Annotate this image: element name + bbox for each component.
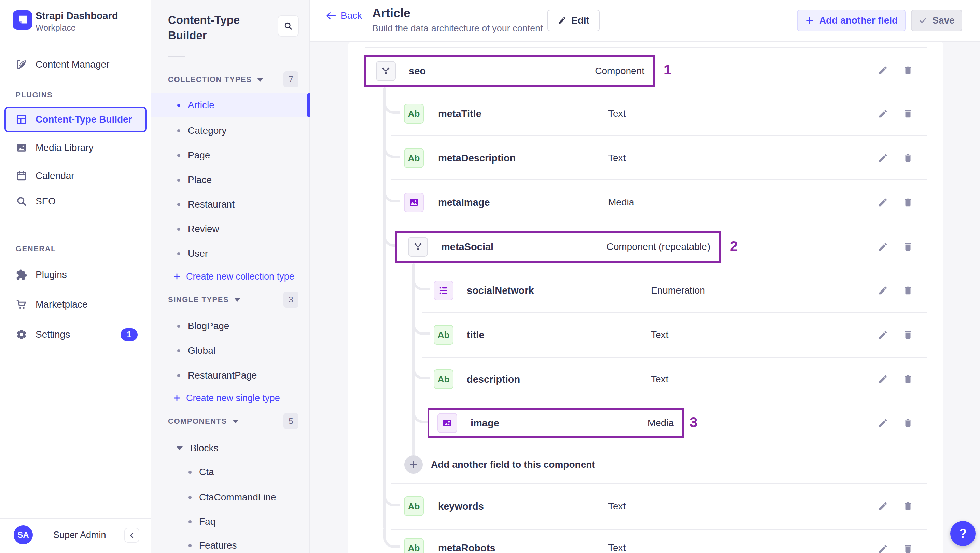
create-collection-type-link[interactable]: Create new collection type bbox=[151, 265, 310, 288]
edit-field-button[interactable] bbox=[875, 415, 891, 431]
add-another-field-button[interactable]: Add another field bbox=[797, 10, 905, 32]
sidebar-item-label: Content Manager bbox=[35, 59, 109, 70]
row-actions bbox=[875, 415, 923, 431]
row-actions bbox=[875, 195, 923, 210]
sidebar-item-calendar[interactable]: Calendar bbox=[0, 164, 151, 188]
sidebar-item-plugins[interactable]: Plugins bbox=[0, 262, 151, 287]
sidebar-item-marketplace[interactable]: Marketplace bbox=[0, 292, 151, 317]
text-field-icon: Ab bbox=[404, 538, 424, 553]
divider bbox=[422, 403, 927, 404]
pencil-icon bbox=[878, 108, 888, 119]
sidebar-item-global[interactable]: Global bbox=[151, 338, 310, 363]
edit-field-button[interactable] bbox=[875, 372, 891, 387]
edit-field-button[interactable] bbox=[875, 151, 891, 165]
components-header[interactable]: COMPONENTS 5 bbox=[151, 414, 310, 429]
help-button[interactable]: ? bbox=[950, 521, 975, 546]
delete-field-button[interactable] bbox=[900, 239, 915, 254]
row-actions bbox=[875, 283, 923, 298]
sidebar-item-media-library[interactable]: Media Library bbox=[0, 135, 151, 160]
pencil-icon bbox=[878, 285, 888, 296]
field-type: Text bbox=[608, 542, 625, 553]
sidebar-item-content-type-builder[interactable]: Content-Type Builder bbox=[5, 106, 147, 132]
trash-icon bbox=[903, 153, 913, 163]
sidebar-item-content-manager[interactable]: Content Manager bbox=[0, 52, 151, 77]
edit-field-button[interactable] bbox=[875, 499, 891, 514]
sidebar-item-restaurant[interactable]: Restaurant bbox=[151, 192, 310, 217]
sidebar-item-user[interactable]: User bbox=[151, 242, 310, 266]
edit-field-button[interactable] bbox=[875, 327, 891, 342]
panel-title: Content-Type Builder bbox=[168, 12, 281, 43]
single-types-header[interactable]: SINGLE TYPES 3 bbox=[151, 292, 310, 307]
edit-button[interactable]: Edit bbox=[547, 10, 600, 32]
delete-field-button[interactable] bbox=[900, 63, 915, 78]
sidebar-item-label: Content-Type Builder bbox=[35, 114, 132, 125]
sidebar-item-seo[interactable]: SEO bbox=[0, 189, 151, 214]
component-field-icon bbox=[376, 61, 396, 81]
media-field-icon bbox=[404, 192, 424, 212]
sidebar-item-cta[interactable]: Cta bbox=[151, 460, 310, 485]
component-category-blocks[interactable]: Blocks bbox=[151, 436, 310, 461]
calendar-icon bbox=[16, 170, 27, 181]
field-name: metaRobots bbox=[438, 542, 495, 553]
trash-icon bbox=[903, 197, 913, 208]
field-row-seo[interactable]: seo Component bbox=[364, 55, 655, 87]
field-type: Text bbox=[608, 501, 625, 512]
sidebar-item-label: Settings bbox=[35, 329, 70, 340]
avatar[interactable]: SA bbox=[14, 525, 33, 545]
field-row-metaDescription: Ab metaDescription Text bbox=[348, 146, 943, 170]
sidebar-item-review[interactable]: Review bbox=[151, 217, 310, 242]
annotation-number-1: 1 bbox=[664, 62, 671, 78]
chevron-down-icon bbox=[177, 447, 183, 450]
create-single-type-link[interactable]: Create new single type bbox=[151, 386, 310, 410]
edit-field-button[interactable] bbox=[875, 195, 891, 210]
divider bbox=[391, 483, 927, 484]
delete-field-button[interactable] bbox=[900, 106, 915, 121]
sidebar-item-place[interactable]: Place bbox=[151, 168, 310, 192]
delete-field-button[interactable] bbox=[900, 283, 915, 298]
pencil-icon bbox=[878, 153, 888, 163]
delete-field-button[interactable] bbox=[900, 327, 915, 342]
save-button[interactable]: Save bbox=[911, 10, 962, 32]
pencil-icon bbox=[878, 501, 888, 512]
bullet-icon bbox=[177, 129, 180, 132]
sidebar-item-blogpage[interactable]: BlogPage bbox=[151, 314, 310, 338]
edit-field-button[interactable] bbox=[875, 283, 891, 298]
sidebar-item-category[interactable]: Category bbox=[151, 118, 310, 143]
row-actions bbox=[875, 372, 923, 387]
sidebar-item-page[interactable]: Page bbox=[151, 143, 310, 168]
divider bbox=[0, 518, 151, 519]
bullet-icon bbox=[177, 325, 180, 328]
collapse-sidebar-button[interactable] bbox=[124, 528, 139, 543]
delete-field-button[interactable] bbox=[900, 415, 915, 431]
delete-field-button[interactable] bbox=[900, 151, 915, 165]
app-title: Strapi Dashboard bbox=[35, 10, 118, 22]
edit-field-button[interactable] bbox=[875, 63, 891, 78]
row-actions bbox=[875, 499, 923, 514]
add-field-to-component-row[interactable]: Add another field to this component bbox=[348, 452, 943, 477]
bullet-icon bbox=[188, 496, 192, 499]
delete-field-button[interactable] bbox=[900, 499, 915, 514]
search-button[interactable] bbox=[278, 15, 299, 37]
collection-types-header[interactable]: COLLECTION TYPES 7 bbox=[151, 72, 310, 87]
field-type: Text bbox=[651, 329, 668, 340]
add-field-to-component-label: Add another field to this component bbox=[431, 459, 595, 470]
edit-field-button[interactable] bbox=[875, 541, 891, 553]
field-row-image[interactable]: image Media bbox=[428, 408, 684, 438]
back-link[interactable]: Back bbox=[325, 10, 362, 21]
single-types-count: 3 bbox=[283, 291, 298, 308]
shopping-cart-icon bbox=[16, 299, 27, 310]
sidebar-item-ctacommandline[interactable]: CtaCommandLine bbox=[151, 485, 310, 510]
field-row-metaSocial[interactable]: metaSocial Component (repeatable) bbox=[395, 231, 721, 262]
bullet-icon bbox=[177, 252, 180, 255]
edit-field-button[interactable] bbox=[875, 106, 891, 121]
sidebar-item-features[interactable]: Features bbox=[151, 533, 310, 553]
delete-field-button[interactable] bbox=[900, 541, 915, 553]
delete-field-button[interactable] bbox=[900, 195, 915, 210]
sidebar-item-article[interactable]: Article bbox=[151, 93, 310, 117]
delete-field-button[interactable] bbox=[900, 372, 915, 387]
sidebar-item-restaurantpage[interactable]: RestaurantPage bbox=[151, 363, 310, 388]
edit-field-button[interactable] bbox=[875, 239, 891, 254]
field-type: Media bbox=[608, 197, 634, 208]
sidebar-item-faq[interactable]: Faq bbox=[151, 509, 310, 534]
sidebar-item-label: SEO bbox=[35, 196, 56, 207]
